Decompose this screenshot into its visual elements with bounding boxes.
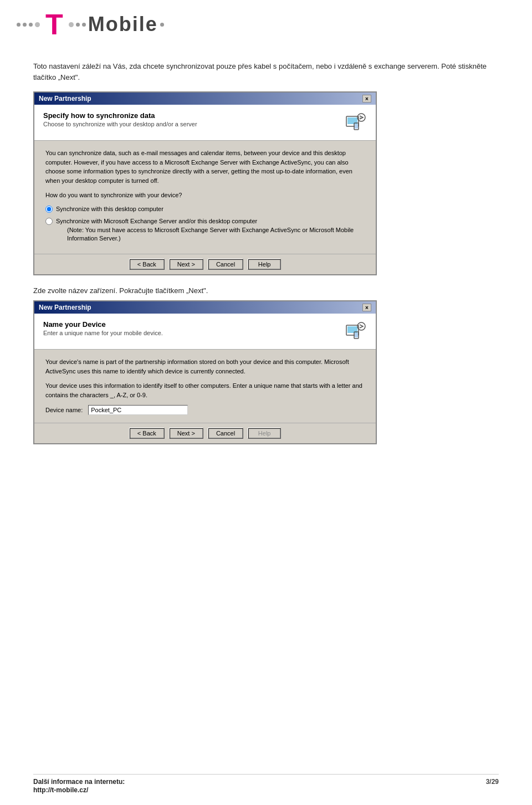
svg-rect-9 (355, 333, 358, 337)
dialog-question: How do you want to synchronize with your… (45, 191, 365, 200)
dialog-body-2: Your device's name is part of the partne… (34, 350, 376, 423)
dialog-icon-1: + (345, 111, 367, 134)
page-footer: Další informace na internetu: http://t-m… (33, 774, 499, 794)
logo-dot-3 (29, 23, 33, 27)
main-content: Toto nastavení záleží na Vás, zda chcete… (0, 44, 532, 466)
svg-rect-3 (355, 124, 358, 129)
dialog-header-subtitle-1: Choose to synchronize with your desktop … (43, 121, 197, 127)
footer-page-number: 3/29 (486, 778, 499, 786)
dialog-close-button-1[interactable]: × (362, 95, 371, 102)
logo-dot-1 (17, 23, 21, 27)
svg-text:+: + (360, 116, 362, 119)
dialog2-cancel-button[interactable]: Cancel (208, 428, 243, 439)
dialog-titlebar-2: New Partnership × (34, 301, 376, 314)
radio-desktop-label: Synchronize with this desktop computer (56, 204, 163, 214)
intro-text-2: Zde zvolte název zařízení. Pokračujte tl… (33, 286, 499, 295)
dialog-body-1: You can synchronize data, such as e-mail… (34, 141, 376, 254)
radio-exchange-note: (Note: You must have access to Microsoft… (67, 226, 365, 243)
dialog-titlebar-1: New Partnership × (34, 93, 376, 105)
footer-link[interactable]: http://t-mobile.cz/ (33, 786, 88, 794)
intro-text-1: Toto nastavení záleží na Vás, zda chcete… (33, 61, 499, 83)
logo-dot-6 (76, 23, 80, 27)
logo-dot-5 (69, 22, 74, 27)
logo-dot-2 (23, 23, 27, 27)
mobile-logo-text: Mobile (88, 13, 158, 36)
dialog-footer-2: < Back Next > Cancel Help (34, 423, 376, 443)
dialog-new-partnership-2: New Partnership × Name your Device Enter… (33, 300, 377, 444)
dialog-new-partnership-1: New Partnership × Specify how to synchro… (33, 91, 377, 275)
dialog2-next-button[interactable]: Next > (169, 428, 203, 439)
dialog-title-2: New Partnership (39, 304, 91, 311)
dialog-title-1: New Partnership (39, 95, 91, 102)
device-name-row: Device name: (45, 405, 365, 415)
dialog-icon-2 (345, 320, 367, 342)
dialog2-back-button[interactable]: < Back (129, 428, 165, 439)
dialog2-help-button: Help (248, 428, 281, 439)
dialog-header-title-2: Name your Device (43, 320, 163, 329)
dialog1-cancel-button[interactable]: Cancel (208, 259, 243, 270)
dialog-footer-1: < Back Next > Cancel Help (34, 254, 376, 274)
dialog-body2-para2: Your device uses this information to ide… (45, 381, 365, 399)
footer-links-label: Další informace na internetu: (33, 778, 125, 786)
dialog-header-1: Specify how to synchronize data Choose t… (34, 105, 376, 141)
dialog-body2-para1: Your device's name is part of the partne… (45, 357, 365, 376)
logo-dot-8 (160, 23, 164, 27)
dialog-header-2: Name your Device Enter a unique name for… (34, 314, 376, 350)
sync-icon: + (345, 112, 366, 133)
dialog1-next-button[interactable]: Next > (169, 259, 203, 270)
t-logo: T (45, 10, 63, 39)
logo-area: T Mobile (17, 10, 164, 39)
dialog-header-title-1: Specify how to synchronize data (43, 111, 197, 120)
dialog-header-text-1: Specify how to synchronize data Choose t… (43, 111, 197, 127)
device-name-label: Device name: (45, 406, 83, 415)
device-icon (345, 321, 366, 342)
radio-exchange-label: Synchronize with Microsoft Exchange Serv… (56, 218, 257, 224)
dialog-header-text-2: Name your Device Enter a unique name for… (43, 320, 163, 336)
radio-option-1: Synchronize with this desktop computer (45, 204, 365, 214)
dialog1-back-button[interactable]: < Back (129, 259, 165, 270)
page-header: T Mobile (0, 0, 532, 44)
dialog-header-subtitle-2: Enter a unique name for your mobile devi… (43, 330, 163, 336)
dialog1-help-button[interactable]: Help (248, 259, 281, 270)
radio-exchange[interactable] (45, 218, 53, 225)
logo-dot-7 (82, 23, 86, 27)
radio-option-2: Synchronize with Microsoft Exchange Serv… (45, 217, 365, 243)
logo-dot-4 (35, 22, 40, 27)
dialog-body-para1: You can synchronize data, such as e-mail… (45, 148, 365, 185)
dialog-close-button-2[interactable]: × (362, 304, 371, 311)
device-name-input[interactable] (88, 405, 188, 415)
footer-left: Další informace na internetu: http://t-m… (33, 778, 125, 794)
radio-desktop-only[interactable] (45, 206, 53, 213)
